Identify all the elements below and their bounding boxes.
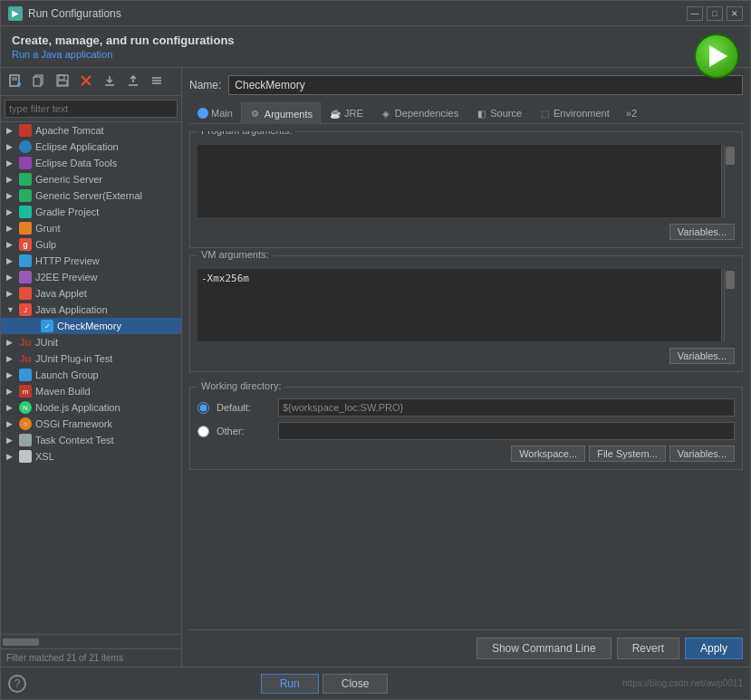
collapse-config-button[interactable] [146,72,168,91]
vm-args-variables-btn[interactable]: Variables... [669,348,735,364]
default-radio[interactable] [197,402,209,414]
apply-btn[interactable]: Apply [685,638,743,659]
new-config-button[interactable] [5,72,26,91]
nodejs-icon: N [19,401,32,414]
tree-item-checkmemory[interactable]: ✓ CheckMemory [1,318,181,334]
name-input[interactable] [228,75,743,95]
duplicate-config-button[interactable] [28,72,50,91]
revert-btn[interactable]: Revert [617,638,679,659]
close-button-bottom[interactable]: Close [323,674,389,694]
program-args-textarea[interactable] [197,145,722,217]
tree-item-maven[interactable]: ▶ m Maven Build [1,383,181,399]
generic-server-ext-icon [19,189,32,202]
jre-tab-icon: ☕ [329,107,342,120]
other-dir-input[interactable] [278,422,735,440]
close-button[interactable]: ✕ [727,6,743,21]
tree-item-java-app[interactable]: ▼ J Java Application [1,302,181,318]
filesystem-btn[interactable]: File System... [589,446,666,462]
name-label: Name: [189,79,221,91]
tab-jre[interactable]: ☕ JRE [321,102,371,123]
tree-label-tomcat: Apache Tomcat [35,125,104,136]
show-command-line-btn[interactable]: Show Command Line [477,638,611,659]
tab-arguments[interactable]: ⚙ Arguments [241,102,321,124]
tab-dependencies-label: Dependencies [395,108,458,119]
http-icon [19,254,32,267]
tab-dependencies[interactable]: ◈ Dependencies [371,102,467,123]
tab-source[interactable]: ◧ Source [467,102,530,123]
expand-arrow: ▶ [6,338,15,347]
tomcat-icon [19,124,32,137]
tree-item-eclipse-app[interactable]: ▶ Eclipse Application [1,139,181,155]
tree-item-nodejs[interactable]: ▶ N Node.js Application [1,399,181,416]
minimize-button[interactable]: — [687,6,703,21]
tree-label-java-app: Java Application [35,304,108,315]
tree-label-grunt: Grunt [35,223,61,234]
tree-item-java-applet[interactable]: ▶ Java Applet [1,285,181,302]
sidebar-footer: Filter matched 21 of 21 items [1,648,181,666]
run-java-link[interactable]: Run a Java application [12,49,739,60]
import-config-button[interactable] [99,72,120,91]
tree-item-grunt[interactable]: ▶ Grunt [1,220,181,236]
tree-item-http[interactable]: ▶ HTTP Preview [1,253,181,269]
grunt-icon [19,222,32,235]
default-dir-input[interactable] [278,398,735,417]
filter-input[interactable] [5,100,178,118]
tree-item-j2ee[interactable]: ▶ J2EE Preview [1,269,181,285]
dep-tab-icon: ◈ [380,107,392,120]
tree-item-osgi[interactable]: ▶ ○ OSGi Framework [1,416,181,432]
run-play-button[interactable] [694,34,739,79]
tree-item-junit-plugin[interactable]: ▶ Ju JUnit Plug-in Test [1,350,181,367]
filter-box [1,96,181,122]
sidebar-hscroll[interactable] [1,634,181,648]
svg-rect-8 [59,75,64,80]
tree-item-generic-server[interactable]: ▶ Generic Server [1,171,181,187]
checkmemory-icon: ✓ [41,320,53,332]
tree-item-xsl[interactable]: ▶ XSL [1,448,181,465]
vm-args-textarea[interactable]: -Xmx256m [197,269,722,341]
tree-item-junit[interactable]: ▶ Ju JUnit [1,334,181,350]
save-config-button[interactable] [52,72,73,91]
program-args-variables-btn[interactable]: Variables... [669,224,735,240]
vm-args-scrollbar[interactable] [724,269,735,341]
tree-item-generic-server-ext[interactable]: ▶ Generic Server(External [1,187,181,204]
workspace-btn[interactable]: Workspace... [511,446,585,462]
tree-item-launch-group[interactable]: ▶ Launch Group [1,367,181,383]
run-button[interactable]: Run [261,674,319,694]
expand-arrow: ▶ [6,387,15,396]
main-tab-icon [197,108,208,119]
program-args-scrollbar[interactable] [724,145,735,217]
program-args-btn-row: Variables... [197,224,735,240]
expand-arrow: ▶ [6,224,15,233]
tree-item-gulp[interactable]: ▶ g Gulp [1,236,181,253]
tree-item-gradle[interactable]: ▶ Gradle Project [1,204,181,220]
run-close-buttons: Run Close [261,674,389,694]
tree-item-tomcat[interactable]: ▶ Apache Tomcat [1,122,181,139]
tree-label-launch-group: Launch Group [35,369,99,380]
tab-main[interactable]: Main [189,102,241,123]
delete-config-button[interactable] [75,72,97,91]
help-button[interactable]: ? [8,675,26,693]
window-title: Run Configurations [28,7,681,20]
args-tab-icon: ⚙ [249,108,262,120]
vm-args-btn-row: Variables... [197,348,735,364]
filter-status: Filter matched 21 of 21 items [6,653,123,663]
tree-label-gulp: Gulp [35,239,56,250]
title-bar: ▶ Run Configurations — □ ✕ [1,1,750,26]
export-config-button[interactable] [122,72,144,91]
tree-item-task[interactable]: ▶ Task Context Test [1,432,181,448]
j2ee-icon [19,271,32,283]
expand-arrow: ▶ [6,354,15,363]
tab-environment[interactable]: ⬚ Environment [530,102,618,123]
tab-more[interactable]: »2 [618,102,645,123]
play-circle[interactable] [694,34,739,79]
maximize-button[interactable]: □ [707,6,723,21]
config-tree: ▶ Apache Tomcat ▶ Eclipse Application ▶ … [1,122,181,634]
tree-item-eclipse-data[interactable]: ▶ Eclipse Data Tools [1,155,181,171]
sidebar: ▶ Apache Tomcat ▶ Eclipse Application ▶ … [1,68,182,666]
workdir-variables-btn[interactable]: Variables... [669,446,735,462]
expand-arrow: ▶ [6,207,15,216]
header: Create, manage, and run configurations R… [1,26,750,68]
other-radio[interactable] [197,426,209,437]
tree-label-xsl: XSL [35,451,54,462]
tab-source-label: Source [490,108,522,119]
